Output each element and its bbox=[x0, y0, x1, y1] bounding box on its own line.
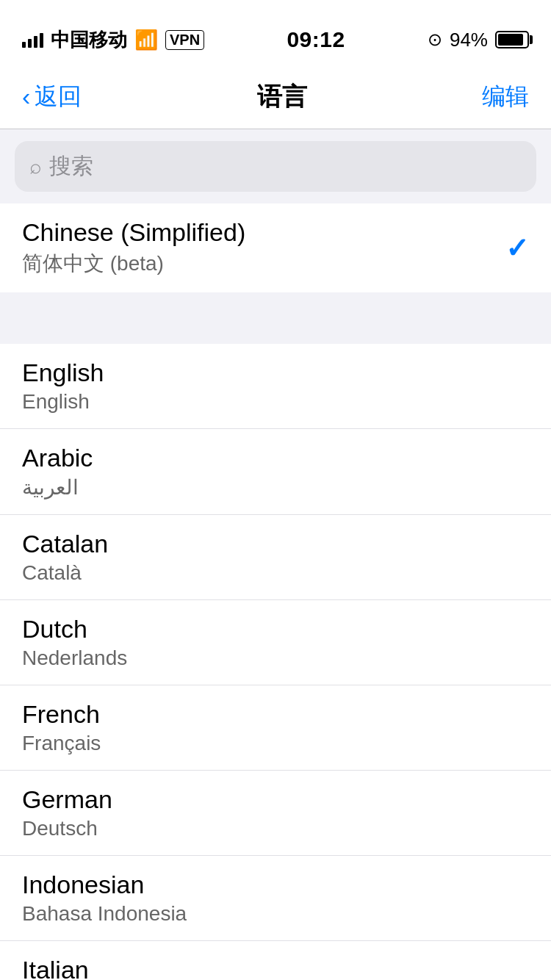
language-list-item[interactable]: GermanDeutsch bbox=[0, 771, 551, 856]
nav-bar: ‹ 返回 语言 编辑 bbox=[0, 65, 551, 129]
selected-language-native: 简体中文 (beta) bbox=[22, 250, 245, 278]
language-item-native: العربية bbox=[22, 475, 529, 500]
language-list-item[interactable]: FrenchFrançais bbox=[0, 685, 551, 771]
page-title: 语言 bbox=[257, 80, 307, 114]
language-item-native: Bahasa Indonesia bbox=[22, 902, 529, 926]
signal-bar-3 bbox=[34, 36, 37, 48]
language-item-name: Italian bbox=[22, 956, 529, 980]
search-icon: ⌕ bbox=[29, 155, 42, 179]
language-list-item[interactable]: IndonesianBahasa Indonesia bbox=[0, 856, 551, 941]
battery-fill bbox=[498, 34, 523, 46]
language-item-native: Català bbox=[22, 561, 529, 585]
language-item-name: Arabic bbox=[22, 444, 529, 472]
signal-bar-1 bbox=[22, 42, 26, 48]
language-list-item[interactable]: DutchNederlands bbox=[0, 600, 551, 685]
language-item-name: Catalan bbox=[22, 530, 529, 558]
signal-bar-2 bbox=[28, 39, 32, 48]
chevron-left-icon: ‹ bbox=[22, 82, 30, 111]
signal-bar-4 bbox=[40, 33, 43, 48]
selected-language-item[interactable]: Chinese (Simplified) 简体中文 (beta) ✓ bbox=[0, 203, 551, 292]
selected-language-text: Chinese (Simplified) 简体中文 (beta) bbox=[22, 218, 245, 278]
status-bar: 中国移动 📶 VPN 09:12 ⊙ 94% bbox=[0, 0, 551, 65]
signal-bars-icon bbox=[22, 32, 43, 48]
language-item-name: German bbox=[22, 785, 529, 814]
selected-language-name: Chinese (Simplified) bbox=[22, 218, 245, 247]
language-item-name: French bbox=[22, 700, 529, 729]
language-item-name: Dutch bbox=[22, 615, 529, 644]
vpn-badge: VPN bbox=[165, 30, 204, 50]
language-list-item[interactable]: ItalianItaliano bbox=[0, 941, 551, 980]
edit-button[interactable]: 编辑 bbox=[482, 81, 529, 113]
language-item-native: Deutsch bbox=[22, 817, 529, 840]
language-item-native: Français bbox=[22, 732, 529, 755]
carrier-label: 中国移动 bbox=[51, 27, 127, 53]
section-separator bbox=[0, 292, 551, 344]
language-list-item[interactable]: Arabicالعربية bbox=[0, 429, 551, 515]
language-item-name: Indonesian bbox=[22, 871, 529, 899]
back-button[interactable]: ‹ 返回 bbox=[22, 81, 82, 113]
checkmark-icon: ✓ bbox=[505, 232, 529, 264]
language-list-item[interactable]: CatalanCatalà bbox=[0, 515, 551, 600]
time-display: 09:12 bbox=[287, 27, 345, 52]
search-container: ⌕ 搜索 bbox=[0, 129, 551, 203]
wifi-icon: 📶 bbox=[134, 29, 158, 51]
language-list: EnglishEnglishArabicالعربيةCatalanCatalà… bbox=[0, 344, 551, 980]
status-right: ⊙ 94% bbox=[428, 29, 529, 51]
search-bar[interactable]: ⌕ 搜索 bbox=[15, 141, 536, 192]
battery-percent: 94% bbox=[450, 29, 488, 51]
language-item-native: Nederlands bbox=[22, 646, 529, 670]
lock-icon: ⊙ bbox=[428, 29, 442, 50]
battery-icon bbox=[495, 31, 529, 48]
status-left: 中国移动 📶 VPN bbox=[22, 27, 204, 53]
language-list-item[interactable]: EnglishEnglish bbox=[0, 344, 551, 429]
language-item-native: English bbox=[22, 390, 529, 414]
search-placeholder: 搜索 bbox=[49, 151, 93, 181]
language-item-name: English bbox=[22, 359, 529, 387]
selected-language-section: Chinese (Simplified) 简体中文 (beta) ✓ bbox=[0, 203, 551, 292]
back-label[interactable]: 返回 bbox=[35, 81, 82, 113]
